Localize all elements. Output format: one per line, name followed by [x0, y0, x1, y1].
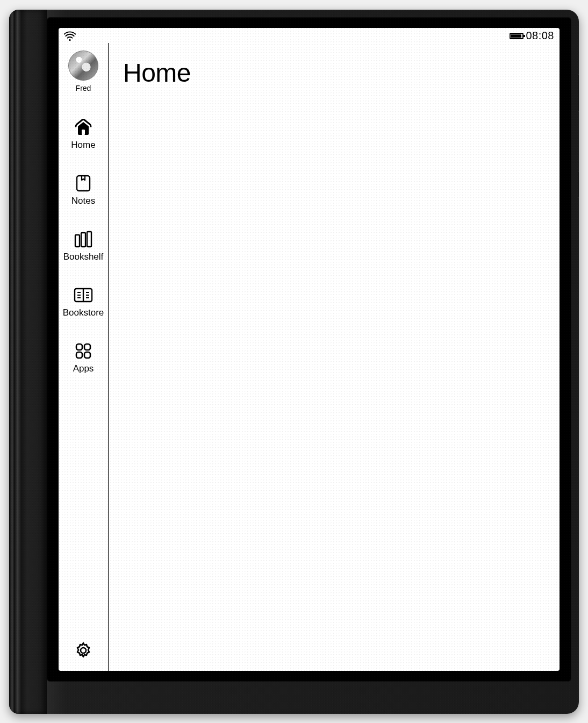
main-content: Home: [108, 43, 560, 671]
svg-rect-16: [76, 352, 82, 358]
sidebar-item-label: Home: [71, 140, 95, 151]
battery-icon: [510, 33, 524, 39]
clock: 08:08: [526, 30, 554, 42]
svg-rect-14: [76, 344, 82, 350]
gear-icon: [74, 641, 92, 660]
sidebar-item-notes[interactable]: Notes: [59, 174, 108, 206]
sidebar-item-label: Notes: [71, 196, 95, 206]
sidebar-item-apps[interactable]: Apps: [59, 342, 108, 374]
apps-icon: [73, 342, 94, 360]
user-profile[interactable]: Fred: [68, 47, 98, 92]
sidebar-item-label: Bookshelf: [63, 252, 104, 262]
sidebar-item-home[interactable]: Home: [59, 118, 108, 151]
svg-rect-15: [84, 344, 90, 350]
svg-point-18: [81, 648, 86, 653]
status-bar: 08:08: [59, 28, 560, 43]
notes-icon: [73, 174, 94, 192]
svg-rect-4: [81, 233, 85, 247]
svg-rect-3: [75, 235, 80, 247]
sidebar-item-label: Bookstore: [63, 307, 104, 318]
svg-rect-1: [82, 130, 85, 135]
bookshelf-icon: [73, 230, 94, 248]
sidebar-item-label: Apps: [73, 363, 94, 374]
home-icon: [73, 118, 94, 137]
svg-rect-2: [77, 176, 90, 191]
wifi-icon: [64, 31, 76, 41]
sidebar-item-bookshelf[interactable]: Bookshelf: [59, 230, 108, 262]
screen: 08:08 Fred: [59, 28, 560, 671]
svg-rect-17: [84, 352, 90, 358]
sidebar: Fred Home: [59, 43, 108, 671]
bookstore-icon: [73, 286, 94, 304]
avatar: [68, 51, 98, 81]
svg-point-0: [69, 39, 71, 40]
power-button[interactable]: [578, 74, 579, 112]
device-bezel: 08:08 Fred: [47, 17, 571, 682]
volume-button[interactable]: [578, 171, 579, 198]
svg-rect-5: [87, 232, 91, 247]
device-frame: 08:08 Fred: [9, 10, 579, 714]
settings-button[interactable]: [73, 640, 94, 661]
sidebar-divider: [108, 43, 109, 671]
page-title: Home: [123, 58, 544, 88]
username: Fred: [76, 84, 91, 92]
sidebar-item-bookstore[interactable]: Bookstore: [59, 286, 108, 318]
